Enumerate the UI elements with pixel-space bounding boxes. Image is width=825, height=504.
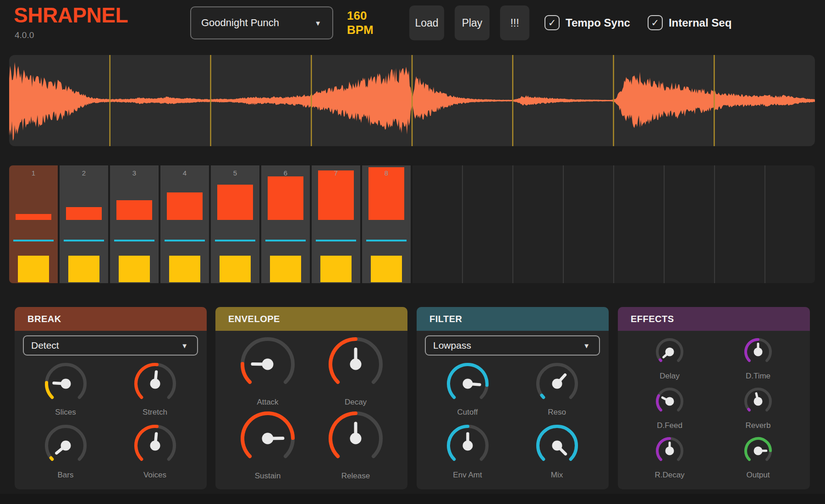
- step-velocity-bar[interactable]: [66, 207, 102, 220]
- knob-r-decay[interactable]: [655, 436, 684, 467]
- slice-marker: [412, 55, 413, 146]
- step-number: 8: [362, 169, 411, 177]
- step-gate-pad[interactable]: [18, 256, 49, 282]
- waveform-panel[interactable]: [9, 55, 815, 146]
- header-checkboxes: ✓Tempo Sync✓Internal Seq: [544, 15, 732, 30]
- knob-sustain[interactable]: [240, 411, 296, 468]
- seq-step-11-empty[interactable]: [512, 165, 563, 283]
- seq-step-5[interactable]: 5: [211, 165, 259, 283]
- panel-title: FILTER: [429, 314, 462, 324]
- step-gate-pad[interactable]: [169, 256, 200, 282]
- filter-type-select[interactable]: Lowpass▼: [425, 335, 600, 356]
- knob-label: Mix: [516, 471, 598, 480]
- knob-attack[interactable]: [240, 336, 296, 394]
- seq-step-15-empty[interactable]: [714, 165, 764, 283]
- step-param-line[interactable]: [265, 240, 306, 241]
- step-number: 4: [160, 169, 209, 177]
- knob-delay[interactable]: [655, 337, 684, 368]
- step-param-line[interactable]: [165, 240, 205, 241]
- dropdown-value: Lowpass: [433, 340, 471, 351]
- seq-step-8[interactable]: 8: [362, 165, 411, 283]
- preset-value: Goodnight Punch: [201, 17, 279, 29]
- step-param-line[interactable]: [316, 240, 356, 241]
- step-velocity-bar[interactable]: [116, 200, 152, 220]
- knob-label: Voices: [114, 471, 196, 480]
- knob-env-amt[interactable]: [446, 424, 490, 469]
- step-param-line[interactable]: [114, 240, 154, 241]
- chevron-down-icon: ▼: [583, 342, 590, 350]
- panel-header: ENVELOPE: [215, 307, 407, 331]
- step-velocity-bar[interactable]: [16, 214, 51, 220]
- seq-step-16-empty[interactable]: [764, 165, 815, 283]
- step-velocity-bar[interactable]: [217, 185, 253, 220]
- knob-label: Cutoff: [426, 408, 509, 417]
- seq-step-4[interactable]: 4: [160, 165, 209, 283]
- knob-label: Sustain: [226, 471, 309, 481]
- step-param-line[interactable]: [64, 240, 104, 241]
- step-number: 1: [9, 169, 58, 177]
- seq-step-7[interactable]: 7: [312, 165, 360, 283]
- knob-release[interactable]: [328, 411, 384, 468]
- knob-d-feed[interactable]: [655, 387, 684, 418]
- knob-d-time[interactable]: [743, 337, 773, 368]
- knob-cutoff[interactable]: [446, 362, 490, 407]
- footer-strip: [0, 494, 825, 504]
- knob-output[interactable]: [743, 436, 773, 467]
- seq-step-1[interactable]: 1: [9, 165, 58, 283]
- knob-mix[interactable]: [535, 424, 579, 469]
- panel-effects: EFFECTSDelayD.TimeD.FeedReverbR.DecayOut…: [618, 307, 810, 489]
- slice-mode-select[interactable]: Detect▼: [23, 335, 198, 356]
- panel-header: BREAK: [15, 307, 207, 331]
- seq-step-14-empty[interactable]: [664, 165, 714, 283]
- knob-reso[interactable]: [535, 362, 579, 407]
- step-velocity-bar[interactable]: [268, 176, 303, 220]
- step-gate-pad[interactable]: [220, 256, 251, 282]
- slice-marker: [512, 55, 514, 146]
- tempo-sync-checkbox[interactable]: ✓Tempo Sync: [544, 15, 630, 30]
- step-gate-pad[interactable]: [68, 256, 99, 282]
- panel-title: EFFECTS: [631, 314, 674, 324]
- seq-empty-region: [412, 165, 815, 283]
- step-gate-pad[interactable]: [320, 256, 352, 282]
- step-number: 2: [60, 169, 108, 177]
- step-velocity-bar[interactable]: [318, 170, 354, 220]
- step-velocity-bar[interactable]: [167, 192, 203, 220]
- step-param-line[interactable]: [215, 240, 255, 241]
- knob-label: Delay: [628, 372, 711, 381]
- step-number: 6: [261, 169, 310, 177]
- dropdown-value: Detect: [31, 340, 59, 351]
- seq-step-2[interactable]: 2: [60, 165, 108, 283]
- knob-label: Slices: [24, 408, 107, 417]
- step-param-line[interactable]: [366, 240, 407, 241]
- knob-decay[interactable]: [328, 336, 384, 394]
- knob-stretch[interactable]: [133, 362, 177, 407]
- step-gate-pad[interactable]: [119, 256, 150, 282]
- internal-seq-checkbox[interactable]: ✓Internal Seq: [648, 15, 732, 30]
- step-sequencer: 12345678: [9, 165, 815, 283]
- knob-reverb[interactable]: [743, 387, 773, 418]
- knob-voices[interactable]: [133, 424, 177, 469]
- step-number: 5: [211, 169, 259, 177]
- seq-step-12-empty[interactable]: [563, 165, 613, 283]
- knob-slices[interactable]: [44, 362, 88, 407]
- panel-header: FILTER: [417, 307, 609, 331]
- glitch-button[interactable]: !!!: [500, 5, 529, 40]
- knob-bars[interactable]: [44, 424, 88, 469]
- seq-step-10-empty[interactable]: [462, 165, 512, 283]
- seq-step-6[interactable]: 6: [261, 165, 310, 283]
- seq-step-13-empty[interactable]: [613, 165, 664, 283]
- chevron-down-icon: ▼: [314, 19, 321, 27]
- load-button[interactable]: Load: [409, 5, 444, 40]
- step-number: 7: [312, 169, 360, 177]
- step-gate-pad[interactable]: [371, 256, 402, 282]
- play-button[interactable]: Play: [455, 5, 490, 40]
- seq-step-3[interactable]: 3: [110, 165, 159, 283]
- knob-label: Release: [314, 471, 397, 481]
- preset-select[interactable]: Goodnight Punch ▼: [190, 6, 333, 39]
- step-gate-pad[interactable]: [270, 256, 301, 282]
- header-buttons: LoadPlay!!!: [409, 5, 529, 40]
- checkmark-icon: ✓: [544, 15, 560, 30]
- bpm-display: 160 BPM: [347, 6, 396, 39]
- seq-step-9-empty[interactable]: [412, 165, 462, 283]
- step-param-line[interactable]: [13, 240, 54, 241]
